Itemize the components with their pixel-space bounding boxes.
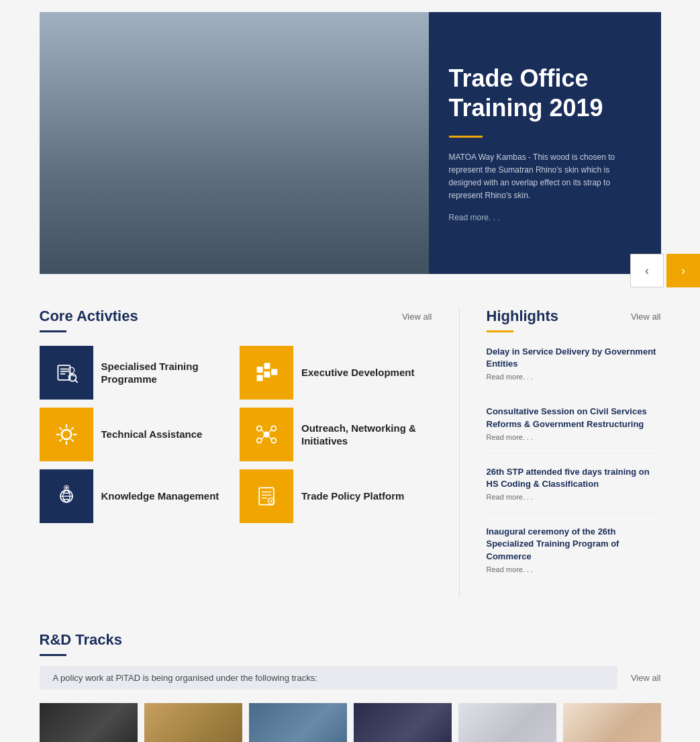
highlight-3-readmore[interactable]: Read more. . . xyxy=(487,493,661,501)
rnd-section: R&D Tracks A policy work at PiTAD is bei… xyxy=(40,631,661,742)
executive-development-icon xyxy=(240,346,293,400)
core-activities-view-all[interactable]: View all xyxy=(402,312,432,322)
svg-point-24 xyxy=(65,487,68,490)
highlight-3-title: 26th STP attended five days training on … xyxy=(487,466,661,490)
svg-line-21 xyxy=(269,436,272,440)
specialised-training-icon xyxy=(40,346,93,400)
svg-rect-9 xyxy=(271,369,277,375)
rnd-header: R&D Tracks xyxy=(40,631,661,649)
svg-rect-10 xyxy=(257,375,263,381)
svg-point-15 xyxy=(271,426,276,430)
svg-rect-11 xyxy=(264,371,270,377)
highlights-header: Highlights View all xyxy=(487,308,661,325)
track-card-6[interactable] xyxy=(563,703,661,742)
svg-point-17 xyxy=(271,438,276,443)
highlight-item-1: Delay in Service Delivery by Government … xyxy=(487,346,661,393)
highlight-4-title: Inaugural ceremony of the 26th Specializ… xyxy=(487,526,661,563)
svg-rect-8 xyxy=(264,363,270,369)
highlight-1-readmore[interactable]: Read more. . . xyxy=(487,373,661,381)
track-card-5[interactable] xyxy=(458,703,556,742)
section-divider-line xyxy=(459,308,460,598)
track-card-3[interactable] xyxy=(249,703,347,742)
highlights-section: Highlights View all Delay in Service Del… xyxy=(487,308,661,598)
hero-prev-button[interactable]: ‹ xyxy=(630,254,664,287)
rnd-divider xyxy=(40,654,66,656)
track-card-2[interactable] xyxy=(144,703,242,742)
knowledge-management-label: Knowledge Management xyxy=(101,490,219,503)
highlight-1-title: Delay in Service Delivery by Government … xyxy=(487,346,661,370)
outreach-label: Outreach, Networking & Initiatives xyxy=(301,422,432,448)
activity-outreach[interactable]: Outreach, Networking & Initiatives xyxy=(240,408,432,461)
trade-policy-label: Trade Policy Platform xyxy=(301,490,404,503)
highlight-item-4: Inaugural ceremony of the 26th Specializ… xyxy=(487,526,661,586)
main-content-area: Core Activties View all xyxy=(40,308,661,598)
core-activities-section: Core Activties View all xyxy=(40,308,432,598)
activity-knowledge-management[interactable]: Knowledge Management xyxy=(40,469,232,523)
highlight-4-readmore[interactable]: Read more. . . xyxy=(487,565,661,573)
hero-navigation: ‹ › xyxy=(630,254,700,287)
activities-grid: Specialised Training Programme Executive… xyxy=(40,346,432,523)
rnd-view-all[interactable]: View all xyxy=(631,673,661,683)
trade-policy-icon xyxy=(240,469,293,523)
rnd-title: R&D Tracks xyxy=(40,631,123,649)
activity-specialised-training[interactable]: Specialised Training Programme xyxy=(40,346,232,400)
hero-description: MATOA Way Kambas - This wood is chosen t… xyxy=(449,151,641,203)
svg-line-20 xyxy=(262,436,264,440)
executive-development-label: Executive Development xyxy=(301,366,414,379)
hero-section: Trade Office Training 2019 MATOA Way Kam… xyxy=(40,12,661,274)
core-activities-title: Core Activties xyxy=(40,308,138,325)
track-card-4[interactable] xyxy=(354,703,452,742)
svg-rect-0 xyxy=(58,365,70,380)
hero-image xyxy=(40,12,429,274)
activity-executive-development[interactable]: Executive Development xyxy=(240,346,432,400)
outreach-icon xyxy=(240,408,293,461)
svg-line-18 xyxy=(262,430,264,433)
svg-line-19 xyxy=(269,430,272,433)
knowledge-management-icon xyxy=(40,469,93,523)
hero-next-button[interactable]: › xyxy=(666,254,700,287)
svg-line-5 xyxy=(74,380,77,383)
core-activities-header: Core Activties View all xyxy=(40,308,432,325)
hero-readmore-link[interactable]: Read more. . . xyxy=(449,213,641,222)
svg-point-12 xyxy=(61,430,70,439)
highlights-divider xyxy=(487,330,513,332)
hero-title: Trade Office Training 2019 xyxy=(449,64,641,122)
technical-assistance-label: Technical Assistance xyxy=(101,428,203,441)
highlight-2-title: Consultative Session on Civil Services R… xyxy=(487,406,661,430)
hero-content: Trade Office Training 2019 MATOA Way Kam… xyxy=(429,12,661,274)
highlight-2-readmore[interactable]: Read more. . . xyxy=(487,433,661,441)
highlight-item-2: Consultative Session on Civil Services R… xyxy=(487,406,661,453)
svg-point-16 xyxy=(257,438,262,443)
highlights-view-all[interactable]: View all xyxy=(631,312,661,322)
rnd-subtitle-row: A policy work at PiTAD is being organise… xyxy=(40,666,661,690)
track-card-1[interactable] xyxy=(40,703,138,742)
svg-rect-7 xyxy=(257,367,263,373)
highlights-title: Highlights xyxy=(487,308,559,325)
svg-point-6 xyxy=(68,367,74,373)
rnd-subtitle: A policy work at PiTAD is being organise… xyxy=(40,666,617,690)
specialised-training-label: Specialised Training Programme xyxy=(101,360,232,386)
highlight-item-3: 26th STP attended five days training on … xyxy=(487,466,661,514)
activity-technical-assistance[interactable]: Technical Assistance xyxy=(40,408,232,461)
rnd-tracks-grid xyxy=(40,703,661,742)
hero-divider xyxy=(449,136,483,138)
core-activities-divider xyxy=(40,330,66,332)
svg-point-14 xyxy=(257,426,262,430)
activity-trade-policy[interactable]: Trade Policy Platform xyxy=(240,469,432,523)
technical-assistance-icon xyxy=(40,408,93,461)
